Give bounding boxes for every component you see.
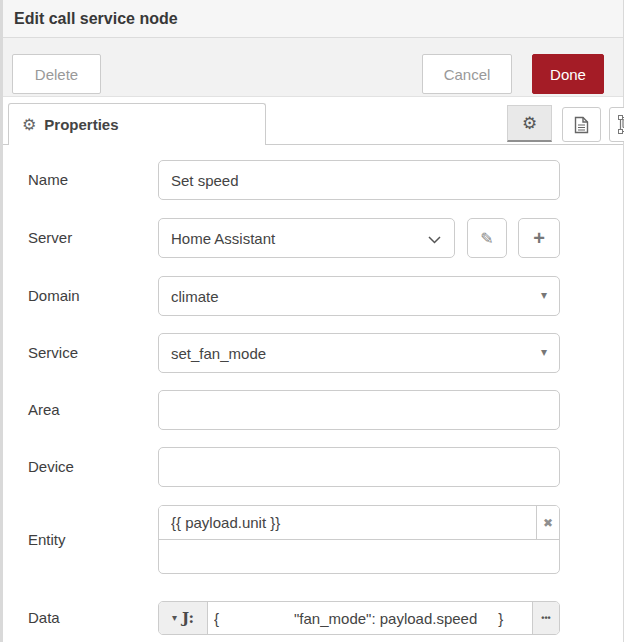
server-select[interactable]: Home Assistant	[158, 218, 455, 258]
entity-input[interactable]	[159, 506, 536, 539]
document-icon	[574, 116, 589, 134]
description-tab-button[interactable]	[562, 107, 601, 142]
pencil-icon: ✎	[480, 229, 493, 248]
ellipsis-icon: •••	[541, 613, 550, 623]
data-type-button[interactable]: ▾ J:	[159, 602, 208, 634]
chevron-down-icon	[428, 236, 441, 244]
entity-list: ✖	[158, 505, 560, 574]
gear-icon: ⚙	[522, 115, 537, 132]
device-label: Device	[28, 447, 74, 487]
plus-icon: +	[533, 227, 545, 250]
delete-button[interactable]: Delete	[12, 54, 101, 94]
server-label: Server	[28, 218, 72, 258]
data-value-input[interactable]	[208, 602, 532, 634]
entity-label: Entity	[28, 505, 66, 574]
appearance-tab-button[interactable]	[609, 107, 624, 142]
object-group-icon	[618, 115, 624, 134]
properties-tab-button[interactable]: ⚙	[507, 105, 552, 142]
entity-list-item: ✖	[159, 506, 559, 540]
json-type-icon: J:	[182, 609, 194, 627]
area-input[interactable]	[158, 390, 560, 430]
tab-bar: ⚙ Properties ⚙	[3, 97, 623, 145]
gear-icon: ⚙	[22, 117, 36, 133]
caret-down-icon: ▾	[172, 613, 177, 623]
expand-editor-button[interactable]: •••	[532, 602, 559, 634]
area-label: Area	[28, 390, 60, 430]
add-server-button[interactable]: +	[518, 218, 560, 258]
tab-properties[interactable]: ⚙ Properties	[8, 103, 266, 145]
done-button[interactable]: Done	[532, 54, 604, 94]
name-input[interactable]	[158, 160, 560, 200]
service-label: Service	[28, 333, 78, 373]
service-input[interactable]	[158, 333, 560, 373]
domain-input[interactable]	[158, 276, 560, 316]
data-label: Data	[28, 601, 60, 635]
device-input[interactable]	[158, 447, 560, 487]
domain-label: Domain	[28, 276, 80, 316]
properties-form: Name Server Home Assistant ✎ + Domain ▾ …	[3, 145, 623, 642]
close-icon: ✖	[543, 516, 553, 530]
edit-server-button[interactable]: ✎	[467, 218, 507, 258]
page-title: Edit call service node	[14, 0, 178, 37]
remove-entity-button[interactable]: ✖	[536, 506, 559, 539]
button-tray: Delete Cancel Done	[3, 38, 623, 97]
data-typed-input: ▾ J: •••	[158, 601, 560, 635]
name-label: Name	[28, 160, 68, 200]
dialog-header: Edit call service node	[3, 0, 623, 38]
tab-properties-label: Properties	[44, 116, 118, 133]
cancel-button[interactable]: Cancel	[422, 54, 512, 94]
server-select-value: Home Assistant	[171, 230, 275, 247]
